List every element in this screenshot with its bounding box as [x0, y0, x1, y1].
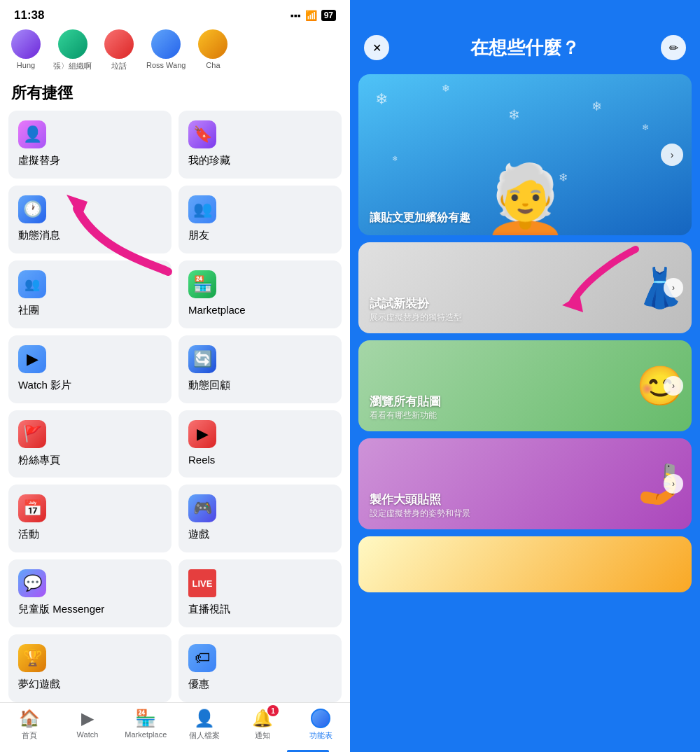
shortcut-label: 優惠 [188, 678, 332, 691]
avatar [11, 29, 41, 59]
right-panel-title: 在想些什麼？ [470, 36, 580, 60]
messenger-shortcut-icon: 💬 [18, 569, 46, 597]
section-title: 所有捷徑 [0, 77, 350, 111]
nav-label-menu: 功能表 [309, 730, 332, 741]
avatar [151, 29, 181, 59]
shortcut-label: 遊戲 [188, 528, 332, 541]
pages-shortcut-icon: 🚩 [18, 420, 46, 448]
shortcut-label: 粉絲專頁 [18, 454, 162, 467]
hero-card[interactable]: ❄ ❄ ❄ ❄ ❄ ❄ ❄ 🧑‍🦳 讓貼文更加繽紛有趣 › [358, 74, 692, 235]
shortcut-label: 社團 [18, 304, 162, 317]
shortcut-card-pages[interactable]: 🚩 粉絲專頁 [8, 410, 172, 478]
reels-shortcut-icon: ▶ [188, 420, 216, 448]
photos-card-subtitle: 設定虛擬替身的姿勢和背景 [370, 508, 470, 520]
wardrobe-card-subtitle: 展示虛擬替身的獨特造型 [370, 312, 462, 323]
contact-item[interactable]: Hung [11, 29, 41, 71]
contact-item[interactable]: Cha [198, 29, 227, 71]
deals-shortcut-icon: 🏷 [188, 644, 216, 672]
stickers-card-title: 瀏覽所有貼圖 [370, 394, 441, 410]
wifi-icon: 📶 [305, 10, 317, 21]
hero-card-text: 讓貼文更加繽紛有趣 [370, 211, 470, 225]
hero-character: 🧑‍🦳 [482, 165, 569, 235]
close-button[interactable]: ✕ [364, 35, 389, 60]
shortcut-label: 動態回顧 [188, 379, 332, 392]
cards-scroll: 👗 試試新裝扮 展示虛擬替身的獨特造型 › 😊 瀏覽所有貼圖 看看有哪些新功能 … [350, 242, 700, 752]
extra-card[interactable] [358, 536, 692, 592]
shortcut-label: 虛擬替身 [18, 154, 162, 167]
wardrobe-card[interactable]: 👗 試試新裝扮 展示虛擬替身的獨特造型 › [358, 242, 692, 333]
shortcut-label: 兒童版 Messenger [18, 603, 162, 616]
nav-label-profile: 個人檔案 [189, 730, 220, 741]
gaming-shortcut-icon: 🎮 [188, 494, 216, 522]
shortcut-card-reels[interactable]: ▶ Reels [178, 410, 342, 478]
wardrobe-card-text: 試試新裝扮 展示虛擬替身的獨特造型 [370, 295, 462, 323]
fantasy-shortcut-icon: 🏆 [18, 644, 46, 672]
nav-label-home: 首頁 [22, 730, 37, 741]
shortcut-card-messenger[interactable]: 💬 兒童版 Messenger [8, 559, 172, 627]
photos-card-text: 製作大頭貼照 設定虛擬替身的姿勢和背景 [370, 492, 470, 520]
battery-indicator: 97 [321, 10, 336, 21]
stickers-card[interactable]: 😊 瀏覽所有貼圖 看看有哪些新功能 › [358, 340, 692, 431]
shortcut-card-deals[interactable]: 🏷 優惠 [178, 634, 342, 702]
shortcut-card-events[interactable]: 📅 活動 [8, 485, 172, 552]
left-panel: 11:38 ▪▪▪ 📶 97 Hung 張〉組織啊 垃話 Ross Wang C… [0, 0, 350, 752]
contact-item[interactable]: 張〉組織啊 [53, 29, 92, 71]
nav-label-notifications: 通知 [255, 730, 270, 741]
edit-button[interactable]: ✏ [661, 35, 686, 60]
bookmark-shortcut-icon: 🔖 [188, 120, 216, 148]
shortcut-card-friends[interactable]: 👥 朋友 [178, 186, 342, 253]
profile-nav-icon: 👤 [194, 709, 215, 728]
stickers-next-button[interactable]: › [664, 376, 683, 396]
hero-next-button[interactable]: › [661, 144, 683, 166]
bottom-nav: 🏠 首頁 ▶ Watch 🏪 Marketplace 👤 個人檔案 🔔 1 通知… [0, 702, 350, 752]
avatar [104, 29, 134, 59]
stickers-card-text: 瀏覽所有貼圖 看看有哪些新功能 [370, 394, 441, 422]
notification-badge: 1 [267, 705, 279, 716]
news-shortcut-icon: 🕐 [18, 195, 46, 223]
memories-shortcut-icon: 🔄 [188, 345, 216, 373]
shortcut-card-gaming[interactable]: 🎮 遊戲 [178, 485, 342, 552]
shortcut-card-live[interactable]: LIVE 直播視訊 [178, 559, 342, 627]
notification-bell-icon: 🔔 1 [252, 709, 273, 728]
nav-item-marketplace[interactable]: 🏪 Marketplace [125, 709, 167, 739]
wardrobe-next-button[interactable]: › [664, 278, 683, 298]
photos-card-title: 製作大頭貼照 [370, 492, 470, 508]
contact-name: Ross Wang [146, 61, 186, 69]
avatar [58, 29, 88, 59]
status-bar: 11:38 ▪▪▪ 📶 97 [0, 0, 350, 27]
shortcut-card-fantasy[interactable]: 🏆 夢幻遊戲 [8, 634, 172, 702]
shortcut-label: Marketplace [188, 304, 332, 316]
groups-shortcut-icon: 👥 [18, 270, 46, 298]
contact-item[interactable]: 垃話 [104, 29, 134, 71]
photos-card[interactable]: 🤳 製作大頭貼照 設定虛擬替身的姿勢和背景 › [358, 438, 692, 529]
nav-item-profile[interactable]: 👤 個人檔案 [183, 709, 225, 741]
watch-shortcut-icon: ▶ [18, 345, 46, 373]
avatar [198, 29, 227, 59]
shortcut-card-groups[interactable]: 👥 社團 [8, 260, 172, 328]
shortcut-label: Watch 影片 [18, 379, 162, 392]
shortcut-card-avatar[interactable]: 👤 虛擬替身 [8, 111, 172, 179]
shortcut-label: 朋友 [188, 229, 332, 242]
nav-item-notifications[interactable]: 🔔 1 通知 [241, 709, 284, 741]
shortcut-card-watch[interactable]: ▶ Watch 影片 [8, 335, 172, 403]
shortcut-card-bookmark[interactable]: 🔖 我的珍藏 [178, 111, 342, 179]
shortcut-label: 夢幻遊戲 [18, 678, 162, 691]
nav-item-menu[interactable]: 功能表 [300, 709, 342, 741]
photos-next-button[interactable]: › [664, 474, 683, 494]
nav-label-marketplace: Marketplace [125, 730, 167, 739]
wardrobe-card-title: 試試新裝扮 [370, 295, 462, 312]
edit-icon: ✏ [669, 41, 678, 55]
shortcut-card-memories[interactable]: 🔄 動態回顧 [178, 335, 342, 403]
shortcut-card-marketplace[interactable]: 🏪 Marketplace [178, 260, 342, 328]
shortcut-card-news[interactable]: 🕐 動態消息 [8, 186, 172, 253]
contact-item[interactable]: Ross Wang [146, 29, 186, 71]
nav-item-home[interactable]: 🏠 首頁 [8, 709, 50, 741]
nav-label-watch: Watch [77, 730, 99, 739]
nav-item-watch[interactable]: ▶ Watch [66, 709, 108, 739]
shortcut-label: 直播視訊 [188, 603, 332, 616]
left-inner: 所有捷徑 👤 虛擬替身 🔖 我的珍藏 🕐 動態消息 👥 朋友 [0, 77, 350, 702]
contact-name: Cha [206, 61, 220, 69]
live-shortcut-icon: LIVE [188, 569, 216, 597]
contact-name: Hung [17, 61, 35, 69]
home-icon: 🏠 [19, 709, 40, 728]
